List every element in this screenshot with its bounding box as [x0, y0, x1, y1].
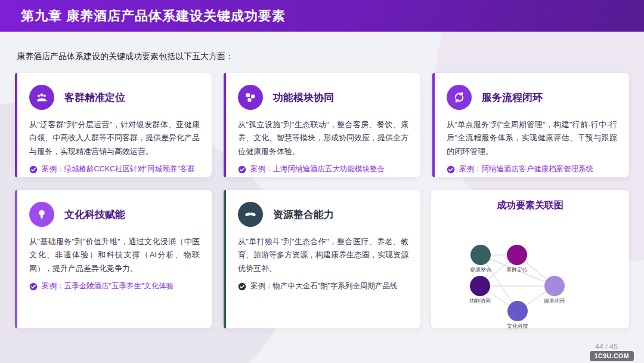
case-row: 案例：上海阿纳迪酒店五大功能模块整合 [238, 164, 408, 174]
card-title: 文化科技赋能 [64, 208, 125, 222]
card-body: 从"孤立设施"到"生态联动"，整合客房、餐饮、康养、文化、智慧等模块，形成协同效… [238, 118, 408, 158]
node-service-loop [544, 276, 565, 296]
handshake-icon [238, 202, 263, 227]
card-accent-bar [224, 190, 226, 328]
users-icon [29, 85, 54, 110]
node-label: 文化科技 [507, 323, 528, 329]
case-text: 案例：五季金陵酒店"五季养生"文化体验 [42, 281, 174, 291]
page-title: 第九章 康养酒店产品体系建设关键成功要素 [21, 7, 286, 25]
case-text: 案例：物产中大金石"朗"字系列全周期产品线 [250, 281, 397, 291]
check-icon [447, 165, 455, 174]
check-icon [238, 165, 246, 174]
node-function-synergy [470, 276, 490, 296]
case-row: 案例：五季金陵酒店"五季养生"文化体验 [29, 281, 200, 291]
card-accent-bar [15, 190, 17, 328]
card-body: 从"基础服务"到"价值升维"，通过文化浸润（中医文化、非遗体验）和科技支撑（AI… [29, 235, 200, 275]
page-number: 44 / 45 [595, 343, 618, 351]
node-culture-tech [507, 301, 528, 321]
card-module-synergy: 功能模块协同 从"孤立设施"到"生态联动"，整合客房、餐饮、康养、文化、智慧等模… [224, 73, 420, 177]
node-label: 功能协同 [469, 298, 491, 304]
intro-text: 康养酒店产品体系建设的关键成功要素包括以下五大方面： [17, 51, 234, 62]
card-title: 功能模块协同 [273, 91, 334, 104]
case-text: 案例：阿纳迪酒店客户健康档案管理系统 [459, 164, 593, 174]
lightbulb-icon [29, 202, 54, 227]
check-icon [29, 282, 38, 291]
card-accent-bar [224, 73, 226, 177]
sync-icon [447, 85, 472, 110]
card-success-factor-diagram: 成功要素关联图 资源整合 客群定位 功能协同 服务闭环 文化科技 [431, 190, 629, 328]
card-body: 从"泛客群"到"分层运营"，针对银发群体、亚健康白领、中高收入人群等不同客群，提… [29, 118, 200, 158]
node-label: 资源整合 [470, 267, 492, 273]
card-title: 服务流程闭环 [482, 91, 543, 104]
case-text: 案例：上海阿纳迪酒店五大功能模块整合 [250, 164, 385, 174]
card-culture-tech: 文化科技赋能 从"基础服务"到"价值升维"，通过文化浸润（中医文化、非遗体验）和… [15, 190, 212, 328]
card-title: 资源整合能力 [273, 208, 334, 222]
card-accent-bar [432, 73, 435, 177]
diagram-title: 成功要素关联图 [431, 199, 629, 212]
card-body: 从"单打独斗"到"生态合作"，整合医疗、养老、教育、旅游等多方资源，构建康养生态… [238, 235, 408, 275]
factor-network-diagram: 资源整合 客群定位 功能协同 服务闭环 文化科技 [431, 212, 629, 331]
card-service-loop: 服务流程闭环 从"单点服务"到"全周期管理"，构建"行前-行中-行后"全流程服务… [432, 73, 629, 177]
node-customer-positioning [507, 245, 527, 265]
card-accent-bar [15, 73, 17, 177]
case-row: 案例：绿城椿龄CCKC社区针对"同城颐养"客群 [29, 164, 200, 174]
card-resource-integration: 资源整合能力 从"单打独斗"到"生态合作"，整合医疗、养老、教育、旅游等多方资源… [224, 190, 420, 328]
header-bar: 第九章 康养酒店产品体系建设关键成功要素 [0, 0, 644, 32]
case-row: 案例：物产中大金石"朗"字系列全周期产品线 [238, 281, 408, 291]
card-title: 客群精准定位 [64, 91, 125, 104]
check-icon [238, 282, 246, 291]
card-body: 从"单点服务"到"全周期管理"，构建"行前-行中-行后"全流程服务体系，实现健康… [447, 118, 617, 158]
watermark-badge[interactable]: 1C9U.COM [590, 351, 634, 361]
node-label: 客群定位 [506, 267, 528, 273]
modules-icon [238, 85, 263, 110]
card-customer-positioning: 客群精准定位 从"泛客群"到"分层运营"，针对银发群体、亚健康白领、中高收入人群… [15, 73, 212, 177]
case-row: 案例：阿纳迪酒店客户健康档案管理系统 [447, 164, 617, 174]
slide: 第九章 康养酒店产品体系建设关键成功要素 康养酒店产品体系建设的关键成功要素包括… [0, 0, 644, 363]
case-text: 案例：绿城椿龄CCKC社区针对"同城颐养"客群 [42, 164, 195, 174]
node-label: 服务闭环 [544, 298, 565, 304]
check-icon [29, 165, 38, 174]
node-resource-integration [470, 245, 491, 265]
